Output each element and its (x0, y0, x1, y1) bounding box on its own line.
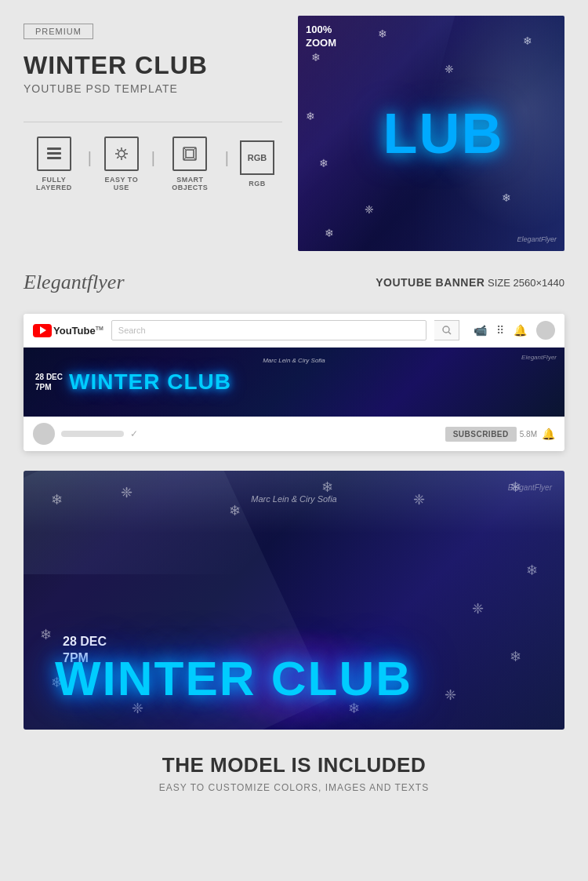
rgb-icon: RGB (240, 140, 274, 175)
svg-line-19 (448, 332, 451, 334)
footer-main-text: THE MODEL IS INCLUDED (24, 753, 564, 777)
lb-subtitle: Marc Lein & Ciry Sofia (251, 494, 336, 504)
search-placeholder-text: Search (118, 326, 146, 335)
svg-line-9 (124, 157, 125, 158)
channel-name-bar (61, 431, 124, 437)
smartobj-icon (172, 137, 207, 171)
feature-rgb: RGB RGB (232, 140, 282, 187)
youtube-nav-icons: 📹 ⠿ 🔔 (474, 321, 555, 340)
svg-point-18 (443, 326, 449, 333)
youtube-topbar: YouTubeTM Search 📹 ⠿ 🔔 (24, 314, 564, 348)
svg-line-10 (124, 149, 125, 151)
youtube-search-bar[interactable]: Search (111, 320, 426, 340)
yt-banner-title: WINTER CLUB (69, 370, 231, 395)
brand-name: Elegantflyer (24, 271, 125, 294)
svg-line-11 (117, 157, 118, 158)
subscribe-button[interactable]: SUBSCRIBED (445, 427, 517, 442)
channel-left: ✓ (33, 423, 138, 445)
youtube-channel-bar: ✓ SUBSCRIBED 5.8M 🔔 (24, 417, 564, 451)
svg-rect-2 (47, 157, 61, 159)
youtube-mockup: YouTubeTM Search 📹 ⠿ 🔔 Marc Lein & Ciry … (24, 314, 564, 451)
video-camera-icon[interactable]: 📹 (474, 324, 487, 337)
lb-watermark: ElegantFlyer (508, 483, 552, 492)
banner-size: SIZE 2560×1440 (488, 277, 564, 289)
premium-badge: PREMIUM (24, 24, 93, 39)
subscribe-bell-icon[interactable]: 🔔 (542, 428, 555, 440)
zoom-label: 100%ZOOM (306, 24, 336, 50)
divider (24, 122, 282, 122)
feature-easy-to-use: EASY TO USE (95, 137, 148, 191)
verified-icon: ✓ (130, 428, 138, 439)
youtube-banner: Marc Lein & Ciry Sofia 28 DEC7PM WINTER … (24, 348, 564, 417)
svg-line-8 (117, 149, 118, 151)
svg-rect-1 (47, 152, 61, 155)
footer-sub-text: EASY TO CUSTOMIZE COLORS, IMAGES AND TEX… (24, 782, 564, 793)
bell-icon[interactable]: 🔔 (514, 324, 527, 337)
layers-icon (37, 137, 71, 171)
wand-icon (104, 137, 139, 171)
sep-3: | (222, 149, 232, 167)
sep-2: | (148, 149, 158, 167)
features-row: FULLY LAYERED | (24, 137, 282, 191)
user-avatar[interactable] (536, 321, 555, 340)
svg-rect-0 (47, 147, 61, 150)
svg-point-3 (118, 151, 125, 157)
subscriber-count: 5.8M (520, 430, 537, 439)
page-title: WINTER CLUB (24, 52, 208, 79)
subscribe-group: SUBSCRIBED 5.8M 🔔 (445, 427, 555, 442)
banner-label: YOUTUBE BANNER (376, 276, 485, 289)
left-info-panel: PREMIUM WINTER CLUB YOUTUBE PSD TEMPLATE… (24, 16, 282, 251)
footer-section: THE MODEL IS INCLUDED EASY TO CUSTOMIZE … (0, 737, 588, 813)
feature-label-easy: EASY TO USE (103, 176, 140, 191)
large-banner-section: ❄ ❈ ❄ ❄ ❈ ❄ ❄ ❈ ❄ ❈ ❄ ❄ ❈ ❄ Marc Lein & … (0, 459, 588, 737)
youtube-search-button[interactable] (434, 320, 459, 340)
feature-label-layers: FULLY LAYERED (31, 176, 77, 191)
youtube-logo-icon (33, 324, 52, 337)
preview-image: 100%ZOOM ❄ ❄ ❈ ❄ ❄ ❈ ❄ ❄ ❄ LUB ElegantFl… (298, 16, 564, 251)
yt-banner-watermark: ElegantFlyer (521, 354, 557, 361)
banner-info: YOUTUBE BANNER SIZE 2560×1440 (376, 276, 564, 289)
large-banner: ❄ ❈ ❄ ❄ ❈ ❄ ❄ ❈ ❄ ❈ ❄ ❄ ❈ ❄ Marc Lein & … (24, 471, 564, 730)
feature-smart-objects: SMART OBJECTS (158, 137, 222, 191)
feature-label-rgb: RGB (249, 180, 266, 187)
yt-banner-subtitle: Marc Lein & Ciry Sofia (263, 357, 325, 364)
grid-icon[interactable]: ⠿ (496, 324, 504, 337)
preview-title-text: LUB (383, 101, 503, 166)
sep-1: | (85, 149, 95, 167)
lb-title: WINTER CLUB (55, 650, 412, 706)
yt-banner-date: 28 DEC7PM (35, 372, 63, 392)
youtube-section: YouTubeTM Search 📹 ⠿ 🔔 Marc Lein & Ciry … (0, 306, 588, 459)
svg-rect-13 (186, 150, 194, 158)
preview-watermark: ElegantFlyer (517, 235, 557, 243)
feature-fully-layered: FULLY LAYERED (24, 137, 85, 191)
channel-avatar (33, 423, 55, 445)
feature-label-smart: SMART OBJECTS (166, 176, 214, 191)
brand-row: Elegantflyer YOUTUBE BANNER SIZE 2560×14… (0, 263, 588, 306)
page-subtitle: YOUTUBE PSD TEMPLATE (24, 82, 178, 95)
youtube-logo: YouTubeTM (33, 324, 103, 337)
youtube-logo-text: YouTubeTM (53, 325, 103, 337)
